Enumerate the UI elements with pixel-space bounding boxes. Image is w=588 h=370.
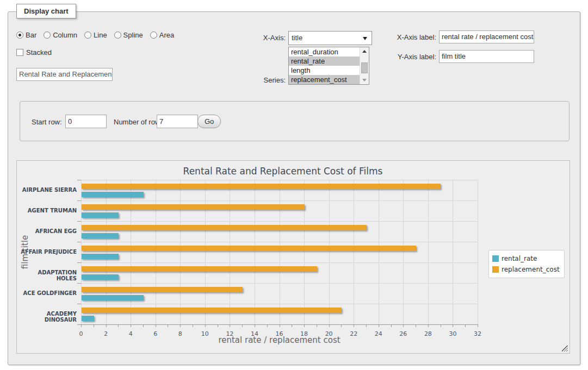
chart-type-option-area[interactable]: Area [150, 31, 174, 39]
stacked-checkbox-row[interactable]: Stacked [16, 48, 52, 57]
y-axis-tick [77, 324, 81, 325]
x-axis-tick [280, 325, 280, 327]
x-axis-tick-label: 0 [70, 330, 92, 337]
bar-replacement_cost[interactable] [82, 246, 416, 251]
bar-replacement_cost[interactable] [82, 225, 367, 230]
chart-type-option-spline[interactable]: Spline [114, 31, 143, 39]
category-label: ACADEMY DINOSAUR [17, 311, 77, 323]
bar-replacement_cost[interactable] [82, 184, 441, 189]
start-row-input[interactable]: 0 [65, 115, 107, 128]
legend-item-replacement_cost[interactable]: replacement_cost [492, 264, 560, 275]
x-axis-select[interactable]: title [288, 31, 372, 45]
y-axis-label-input[interactable]: film title [439, 50, 534, 63]
legend-label: rental_rate [502, 255, 537, 262]
gridline-vertical [304, 180, 305, 324]
series-option-replacement_cost[interactable]: replacement_cost [289, 75, 360, 84]
chart-type-option-line[interactable]: Line [84, 31, 107, 39]
chart-title-input[interactable]: Rental Rate and Replacement Cost of Film… [16, 68, 113, 81]
x-axis-tick [391, 325, 392, 327]
x-axis-tick [205, 325, 206, 327]
category-label: ADAPTATION HOLES [17, 269, 77, 281]
gridline-vertical [255, 180, 255, 324]
gridline-horizontal [81, 221, 478, 222]
scrollbar-down-button[interactable] [360, 76, 369, 84]
radio-icon[interactable] [114, 32, 121, 39]
x-axis-tick [168, 325, 168, 327]
scrollbar-up-button[interactable] [360, 47, 369, 55]
x-axis-tick [180, 325, 181, 327]
scrollbar-thumb[interactable] [361, 62, 368, 73]
bar-replacement_cost[interactable] [82, 287, 243, 292]
chart-type-label: Bar [26, 31, 36, 39]
arrow-down-icon [362, 79, 367, 81]
y-axis-tick [77, 262, 81, 263]
category-label: ACE GOLDFINGER [17, 290, 77, 296]
go-button[interactable]: Go [197, 115, 221, 128]
x-axis-tick-label: 18 [293, 330, 315, 337]
x-axis-tick-label: 6 [145, 330, 166, 337]
stacked-checkbox[interactable] [16, 49, 23, 56]
bar-rental_rate[interactable] [82, 233, 119, 239]
x-axis-tick-label: 26 [392, 330, 414, 337]
bar-rental_rate[interactable] [82, 295, 144, 300]
bar-replacement_cost[interactable] [82, 204, 305, 210]
y-axis-tick [77, 200, 81, 201]
x-axis-tick [81, 325, 82, 327]
chart-type-option-column[interactable]: Column [44, 31, 77, 39]
bar-replacement_cost[interactable] [82, 308, 342, 313]
radio-icon[interactable] [150, 32, 157, 39]
gridline-horizontal [81, 262, 478, 263]
series-option-rental_rate[interactable]: rental_rate [289, 57, 360, 66]
x-axis-label-label: X-Axis label: [383, 33, 436, 41]
series-option-length[interactable]: length [289, 66, 360, 75]
x-axis-tick-label: 24 [368, 330, 389, 337]
series-scrollbar[interactable] [360, 47, 369, 84]
x-axis-tick-label: 28 [417, 330, 439, 337]
y-axis-tick [77, 283, 81, 284]
radio-icon[interactable] [16, 32, 23, 39]
x-axis-tick [317, 325, 317, 327]
gridline-horizontal [81, 283, 478, 284]
legend-swatch-icon [492, 266, 499, 273]
chart-type-radio-group: BarColumnLineSplineArea [16, 31, 174, 39]
x-axis-tick-label: 14 [244, 330, 265, 337]
x-axis-tick [242, 325, 243, 327]
y-axis-tick [77, 242, 81, 242]
x-axis-tick [465, 325, 466, 327]
radio-icon[interactable] [84, 32, 91, 39]
x-axis-tick-label: 8 [169, 330, 191, 337]
resize-handle-icon[interactable] [562, 346, 568, 352]
gridline-horizontal [81, 304, 478, 304]
bar-rental_rate[interactable] [82, 274, 119, 280]
gridline-vertical [205, 180, 206, 324]
radio-icon[interactable] [44, 32, 51, 39]
x-axis-tick [230, 325, 230, 327]
gridline-vertical [180, 180, 181, 324]
bar-rental_rate[interactable] [82, 254, 119, 259]
x-axis-tick [379, 325, 379, 327]
x-axis-tick [255, 325, 255, 327]
number-of-rows-input[interactable]: 7 [157, 115, 198, 128]
x-axis-tick [441, 325, 441, 327]
bar-rental_rate[interactable] [82, 316, 94, 321]
chart-type-label: Line [94, 31, 107, 39]
x-axis-label-input[interactable]: rental rate / replacement cost [439, 30, 534, 43]
bar-replacement_cost[interactable] [82, 266, 317, 272]
series-multiselect[interactable]: rental_durationrental_ratelengthreplacem… [288, 47, 369, 85]
x-axis-tick [428, 325, 429, 327]
x-axis-tick-label: 30 [442, 330, 463, 337]
fieldset-legend: Display chart [16, 4, 76, 18]
x-axis-tick-label: 20 [318, 330, 340, 337]
bar-rental_rate[interactable] [82, 212, 119, 218]
y-axis-tick [77, 221, 81, 222]
start-row-label: Start row: [32, 118, 62, 126]
bar-rental_rate[interactable] [82, 192, 144, 197]
legend-item-rental_rate[interactable]: rental_rate [492, 253, 560, 264]
x-axis-tick [304, 325, 305, 327]
chart-container: Rental Rate and Replacement Cost of Film… [16, 160, 570, 354]
legend-swatch-icon [492, 255, 499, 262]
x-axis-tick [453, 325, 453, 327]
series-option-rental_duration[interactable]: rental_duration [289, 47, 360, 57]
chart-type-option-bar[interactable]: Bar [16, 31, 36, 39]
gridline-vertical [379, 180, 379, 324]
